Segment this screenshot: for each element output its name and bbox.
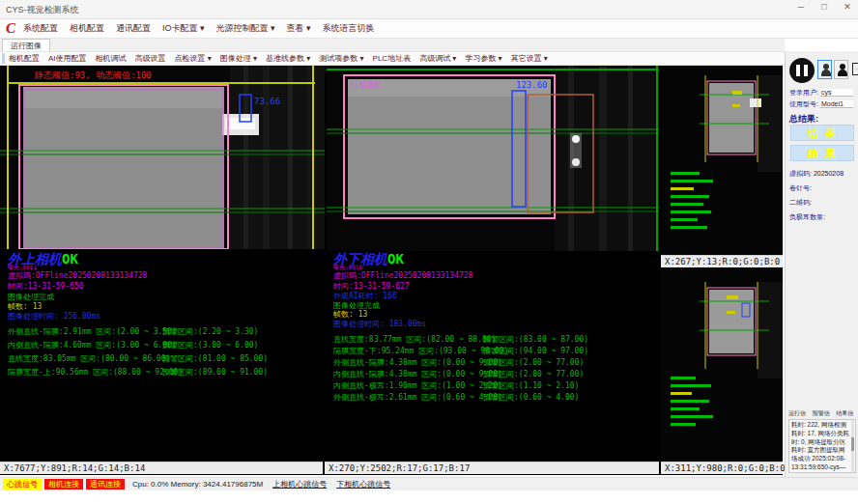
warn-range: 预警区间:(81.00 ~ 85.00) bbox=[162, 353, 268, 364]
admin-user-button[interactable] bbox=[834, 60, 848, 79]
center-barcode: 虚拟码:OFFline20250208133134728 bbox=[333, 270, 472, 281]
menu-view[interactable]: 查看 ▾ bbox=[287, 22, 311, 35]
tool-spot-check[interactable]: 点检设置 ▾ bbox=[175, 53, 212, 64]
tool-plc-table[interactable]: PLC地址表 bbox=[373, 53, 412, 64]
comm-link-badge: 通讯连接 bbox=[86, 479, 125, 490]
menu-camera-config[interactable]: 相机配置 bbox=[70, 22, 104, 35]
warn-range: 预警区间:(2.00 ~ 77.00) bbox=[483, 357, 584, 368]
measure-row: 隔膜宽度-上:90.56mm 区间:(88.00 ~ 92.00) bbox=[8, 367, 183, 378]
battery-cell-thumb bbox=[709, 83, 754, 153]
left-camera-view[interactable]: 静态阈值:93, 动态阈值:100 73.66 bbox=[0, 66, 325, 249]
battery-cell-image bbox=[348, 79, 551, 214]
tab-run-image[interactable]: 运行图像 bbox=[2, 39, 50, 51]
result-box-2: 结 果 bbox=[790, 145, 854, 161]
measure-row: 直线宽度:83.05mm 区间:(80.00 ~ 86.00) bbox=[8, 353, 170, 364]
tabcount-label: 负极耳数量: bbox=[789, 212, 825, 222]
measure-row: 内侧直线-隔膜:4.38mm 区间:(0.00 ~ 9.00) bbox=[333, 369, 502, 379]
center-coord-bar: X:270;Y:2502;R:17;G:17;B:17 bbox=[325, 462, 659, 474]
login-user-value[interactable]: cys bbox=[820, 89, 853, 97]
login-user-row: 登录用户: cys bbox=[789, 88, 857, 98]
left-time: 时间:13-31-59-650 bbox=[8, 281, 84, 292]
close-icon[interactable]: ✕ bbox=[841, 2, 854, 12]
center-ai-label: AI检测框 bbox=[350, 80, 383, 89]
battery-cell-image bbox=[23, 87, 224, 249]
menu-system-config[interactable]: 系统配置 bbox=[23, 22, 58, 35]
tab-strip: 运行图像 bbox=[0, 39, 785, 51]
left-threshold-label: 静态阈值:93, 动态阈值:100 bbox=[34, 70, 152, 80]
warn-range: 预警区间:(89.00 ~ 91.00) bbox=[162, 367, 268, 378]
app-window: CYS-视觉检测系统 ─ □ ✕ C 系统配置 相机配置 通讯配置 IO卡配置 … bbox=[0, 0, 858, 504]
logout-button[interactable]: → bbox=[850, 60, 858, 79]
admin-icon bbox=[835, 61, 847, 78]
window-title: CYS-视觉检测系统 bbox=[6, 4, 79, 16]
result-box-1: 结 果 bbox=[790, 125, 854, 141]
thumb-bottom-coord-bar: X:311;Y:980;R:0;G:0;B:0 bbox=[661, 462, 783, 474]
measure-row: 外侧直线-隔膜:2.91mm 区间:(2.00 ~ 3.50) bbox=[8, 326, 177, 337]
left-process-time: 图像处理时间: 256.00ms bbox=[8, 311, 100, 322]
tool-other-settings[interactable]: 其它设置 ▾ bbox=[511, 53, 548, 64]
menu-light-config[interactable]: 光源控制配置 ▾ bbox=[216, 22, 275, 35]
measure-row: 内侧直线-隔膜:4.60mm 区间:(3.00 ~ 6.00) bbox=[8, 340, 177, 350]
center-process-time: 图像处理时间: 183.00ms bbox=[333, 319, 426, 329]
vcode-row: 虚拟码: 20250208 bbox=[789, 169, 844, 179]
pause-button[interactable] bbox=[789, 58, 815, 83]
measure-row: 外侧直线-极耳:2.61mm 区间:(0.60 ~ 4.00) bbox=[333, 392, 502, 403]
warn-range: 预警区间:(0.60 ~ 4.00) bbox=[483, 392, 579, 403]
center-camera-view[interactable]: AI检测框 123.60 bbox=[327, 66, 659, 251]
menu-comm-config[interactable]: 通讯配置 bbox=[116, 22, 151, 35]
main-area: 静态阈值:93, 动态阈值:100 73.66 AI检测框 123 bbox=[0, 66, 783, 475]
thumb-top-camera-view[interactable] bbox=[661, 66, 783, 255]
login-user-label: 登录用户: bbox=[789, 89, 818, 96]
cam-down-heartbeat-link[interactable]: 下相机心跳信号 bbox=[336, 479, 390, 490]
left-barcode: 虚拟码:OFFline20250208133134728 bbox=[8, 270, 147, 281]
model-label: 使用型号: bbox=[789, 100, 818, 107]
tool-advanced-settings[interactable]: 高级设置 bbox=[135, 53, 166, 64]
tool-ai-config[interactable]: AI使用配置 bbox=[48, 53, 87, 64]
menu-language[interactable]: 系统语言切换 bbox=[323, 22, 375, 35]
login-user-button[interactable] bbox=[817, 60, 832, 79]
vcode-label: 虚拟码: bbox=[789, 170, 812, 177]
control-panel: → 登录用户: cys 使用型号: Model1 总结果: 结 果 结 果 虚拟… bbox=[785, 51, 858, 477]
log-textarea[interactable]: 耗时: 222, 网络检测耗时: 17, 网络分类耗时: 0, 网络提取分区耗时… bbox=[788, 419, 856, 473]
thumb-text-lines bbox=[671, 172, 700, 175]
tool-learning-params[interactable]: 学习参数 ▾ bbox=[465, 53, 501, 64]
logout-arrow-icon: → bbox=[854, 62, 858, 72]
toolbar-grip bbox=[2, 53, 5, 64]
camera-link-badge: 相机连接 bbox=[44, 479, 83, 490]
center-measure-label: 123.60 bbox=[516, 80, 548, 90]
warn-range: 预警区间:(94.00 ~ 97.00) bbox=[483, 346, 588, 356]
thumb-top-coord-bar: X:267;Y:13;R:0;G:0;B:0 bbox=[661, 255, 783, 267]
thumb-bottom-camera-view[interactable] bbox=[661, 268, 783, 462]
menu-io-config[interactable]: IO卡配置 ▾ bbox=[162, 22, 205, 35]
measure-row: 直线宽度:83.77mm 区间:(82.00 ~ 88.00) bbox=[333, 334, 496, 345]
tool-baseline-params[interactable]: 基准线参数 ▾ bbox=[266, 53, 310, 64]
window-controls: ─ □ ✕ bbox=[794, 2, 854, 12]
model-row: 使用型号: Model1 bbox=[789, 99, 857, 109]
app-logo-icon: C bbox=[6, 20, 15, 37]
warn-range: 预警区间:(83.00 ~ 87.00) bbox=[483, 334, 588, 345]
thumb-label-marks bbox=[727, 295, 738, 299]
tool-image-process[interactable]: 图像处理 ▾ bbox=[220, 53, 257, 64]
center-camera-status: OK bbox=[387, 251, 404, 266]
measure-row: 外侧直线-隔膜:4.38mm 区间:(0.00 ~ 9.00) bbox=[333, 357, 502, 368]
tool-advanced-debug[interactable]: 高级调试 ▾ bbox=[419, 53, 456, 64]
model-value[interactable]: Model1 bbox=[820, 100, 853, 108]
measure-row: 内侧直线-极耳:1.90mm 区间:(1.00 ~ 2.20) bbox=[333, 380, 502, 391]
minimize-icon[interactable]: ─ bbox=[794, 2, 808, 12]
warn-range: 预警区间:(2.20 ~ 3.30) bbox=[162, 326, 258, 337]
menubar: C 系统配置 相机配置 通讯配置 IO卡配置 ▾ 光源控制配置 ▾ 查看 ▾ 系… bbox=[0, 19, 858, 39]
left-measure-label: 73.66 bbox=[254, 97, 280, 106]
toolbar: 相机配置 AI使用配置 相机调试 高级设置 点检设置 ▾ 图像处理 ▾ 基准线参… bbox=[0, 51, 785, 66]
tool-camera-config[interactable]: 相机配置 bbox=[9, 53, 40, 64]
statusbar: 心跳信号 相机连接 通讯连接 Cpu: 0.0% Memory: 3424.41… bbox=[0, 477, 858, 490]
heartbeat-badge: 心跳信号 bbox=[3, 479, 42, 490]
warn-range: 预警区间:(2.00 ~ 77.00) bbox=[483, 369, 584, 379]
maximize-icon[interactable]: □ bbox=[817, 2, 831, 12]
left-camera-status: OK bbox=[62, 251, 78, 266]
cam-up-heartbeat-link[interactable]: 上相机心跳信号 bbox=[272, 479, 327, 490]
qr-label: 二维码: bbox=[789, 198, 812, 208]
thumb-text-lines bbox=[671, 377, 696, 379]
log-scrollbar[interactable] bbox=[851, 420, 854, 472]
tool-camera-debug[interactable]: 相机调试 bbox=[96, 53, 127, 64]
tool-test-params[interactable]: 测试项参数 ▾ bbox=[319, 53, 363, 64]
